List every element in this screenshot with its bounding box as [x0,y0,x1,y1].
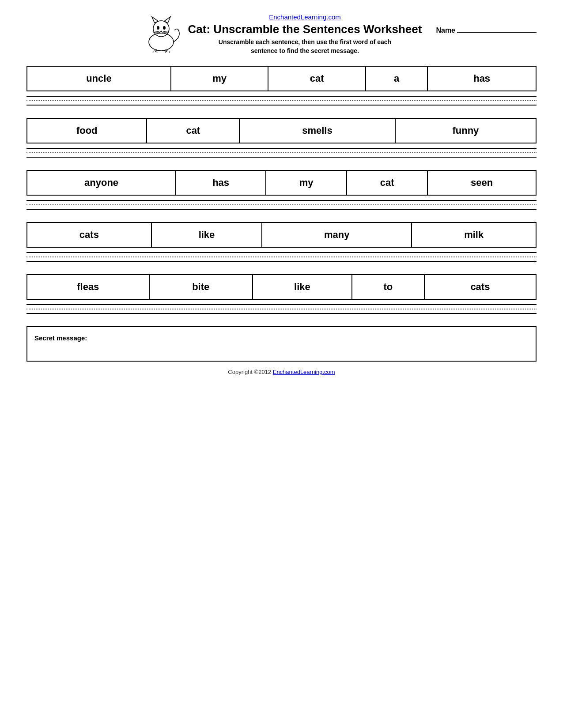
name-underline [457,32,537,33]
word-1-2: my [171,66,268,91]
word-2-3: smells [239,118,395,143]
word-3-4: cat [347,170,427,195]
solid-line-1b [26,105,537,106]
solid-line-1a [26,96,537,97]
svg-point-13 [153,51,157,53]
page-footer: Copyright ©2012 EnchantedLearning.com [26,369,537,375]
word-1-5: has [427,66,536,91]
word-5-5: cats [424,275,536,299]
word-5-4: to [352,275,424,299]
solid-line-4b [26,261,537,262]
solid-line-3a [26,200,537,201]
svg-point-0 [149,33,174,51]
word-1-1: uncle [27,66,171,91]
word-5-2: bite [149,275,253,299]
word-4-3: many [262,223,412,247]
word-table-2: food cat smells funny [26,118,537,143]
secret-message-label: Secret message: [34,334,87,342]
word-table-3: anyone has my cat seen [26,170,537,196]
sentence-1: uncle my cat a has [26,66,537,106]
secret-message-box: Secret message: [26,326,537,362]
word-5-3: like [253,275,352,299]
word-4-4: milk [412,223,536,247]
word-2-2: cat [147,118,239,143]
sentence-2: food cat smells funny [26,118,537,158]
word-5-1: fleas [27,275,149,299]
page-subtitle: Unscramble each sentence, then use the f… [188,38,422,55]
word-4-2: like [151,223,262,247]
sentence-3: anyone has my cat seen [26,170,537,210]
copyright-text: Copyright [228,369,253,375]
word-1-4: a [366,66,427,91]
word-1-3: cat [268,66,366,91]
dotted-line-4 [26,256,537,257]
solid-line-5a [26,304,537,305]
sentence-4: cats like many milk [26,222,537,262]
word-table-1: uncle my cat a has [26,66,537,91]
word-3-3: my [266,170,347,195]
dotted-line-5 [26,309,537,309]
solid-line-4a [26,252,537,253]
solid-line-2b [26,157,537,158]
solid-line-5b [26,313,537,314]
solid-line-2a [26,148,537,149]
word-3-2: has [176,170,266,195]
sentence-5: fleas bite like to cats [26,274,537,314]
word-4-1: cats [27,223,151,247]
svg-point-14 [165,51,170,53]
svg-marker-6 [160,30,162,32]
page-header: EnchantedLearning.com Cat: Unscramble th… [26,13,537,55]
copyright-year: ©2012 [254,369,272,375]
solid-line-3b [26,209,537,210]
site-link[interactable]: EnchantedLearning.com [188,13,422,21]
name-field: Name [436,26,537,34]
dotted-line-2 [26,152,537,153]
svg-point-1 [153,21,169,37]
svg-point-5 [163,26,166,30]
cat-illustration [141,13,181,53]
word-2-1: food [27,118,147,143]
dotted-line-3 [26,204,537,205]
page-title: Cat: Unscramble the Sentences Worksheet [188,23,422,36]
footer-link[interactable]: EnchantedLearning.com [273,369,335,375]
word-table-4: cats like many milk [26,222,537,248]
word-2-4: funny [395,118,536,143]
word-table-5: fleas bite like to cats [26,274,537,300]
header-text-block: EnchantedLearning.com Cat: Unscramble th… [188,13,422,55]
dotted-line-1 [26,100,537,101]
word-3-1: anyone [27,170,176,195]
word-3-5: seen [427,170,536,195]
svg-point-4 [157,26,159,30]
